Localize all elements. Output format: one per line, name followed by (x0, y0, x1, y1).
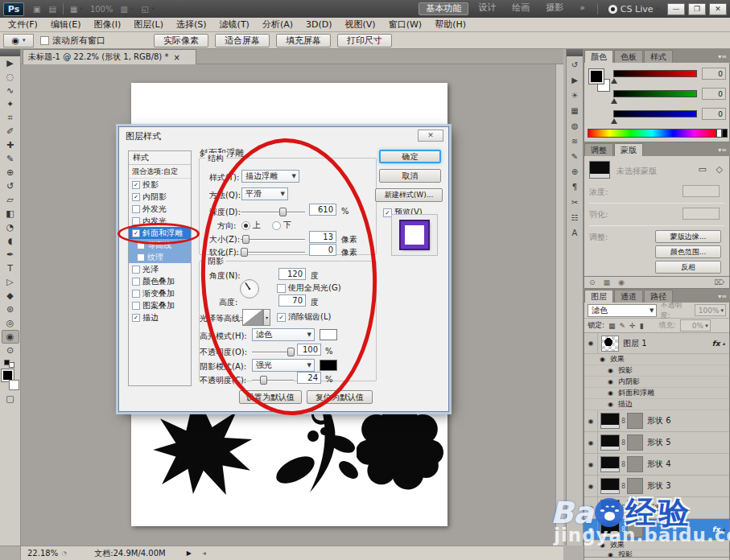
panel-tab[interactable]: 色板 (614, 50, 643, 63)
menu-item[interactable]: 选择(S) (170, 18, 213, 31)
global-light-checkbox[interactable]: 使用全局光(G) (277, 282, 341, 294)
dock-paragraph-icon[interactable]: ¶ (567, 179, 583, 194)
style-list-item[interactable]: ✓ 描边 (129, 311, 191, 323)
gradient-tool[interactable]: ◧ (2, 207, 19, 220)
panel-menu-icon[interactable]: ▾≡ (718, 146, 730, 156)
style-list-item[interactable]: ✓ 投影 (129, 179, 191, 191)
style-list-item[interactable]: 光泽 (129, 263, 191, 275)
menu-item[interactable]: 编辑(E) (44, 18, 88, 31)
color-spectrum-bar[interactable] (588, 129, 716, 138)
arrange-documents-icon[interactable]: ▥▾ (116, 5, 137, 14)
layer-thumbnail[interactable] (600, 434, 620, 451)
style-checkbox[interactable]: ✓ (132, 181, 140, 189)
options-button[interactable]: 实际像素 (154, 34, 208, 47)
dock-layer-comps-icon[interactable]: ☷ (567, 210, 583, 224)
anti-aliased-checkbox[interactable]: ✓消除锯齿(L) (277, 311, 331, 323)
style-list-item[interactable]: ✓ 斜面和浮雕 (129, 227, 191, 239)
lock-position-icon[interactable]: ✛ (629, 322, 636, 330)
blue-slider[interactable] (613, 110, 697, 117)
dock-history-icon[interactable]: ↺ (567, 57, 583, 72)
effects-header-row[interactable]: ◉ 效果 (584, 541, 729, 550)
blur-tool[interactable]: ◔ (2, 220, 19, 234)
highlight-opacity-slider[interactable] (252, 352, 294, 353)
style-checkbox[interactable] (132, 278, 140, 286)
quick-mask-button[interactable]: ▢ (2, 392, 19, 406)
vector-mask-thumbnail[interactable] (627, 521, 643, 537)
scroll-all-windows-checkbox[interactable]: 滚动所有窗口 (40, 35, 105, 47)
eye-icon[interactable]: ◉ (584, 497, 598, 518)
vector-mask-thumbnail[interactable] (627, 413, 643, 429)
style-checkbox[interactable] (132, 205, 140, 213)
eye-icon[interactable]: ◉ (584, 410, 598, 431)
blend-mode-select[interactable]: 滤色▼ (588, 304, 657, 317)
size-slider[interactable] (241, 239, 305, 241)
shadow-opacity-input[interactable]: 24 (297, 372, 321, 384)
vector-mask-thumbnail[interactable] (627, 500, 643, 516)
blending-options-item[interactable]: 混合选项:自定 (129, 165, 191, 179)
zoom-percentage[interactable]: 22.18% (27, 549, 58, 558)
dodge-tool[interactable]: ◖ (2, 234, 19, 248)
style-list-item[interactable]: 图案叠加 (129, 299, 191, 311)
eye-icon[interactable]: ◉ (584, 476, 598, 496)
spectrum-white-swatch[interactable] (716, 129, 722, 138)
style-checkbox[interactable] (132, 302, 140, 310)
eye-icon[interactable]: ◉ (584, 401, 613, 408)
style-list-item[interactable]: 纹理 (129, 251, 191, 263)
depth-slider[interactable] (241, 212, 305, 213)
type-tool[interactable]: T (2, 261, 19, 275)
panel-tab[interactable]: 调整 (584, 143, 613, 156)
fx-badge[interactable]: fx▴ (712, 340, 725, 348)
menu-item[interactable]: 文件(F) (2, 18, 44, 31)
path-selection-tool[interactable]: ▷ (2, 275, 19, 289)
eye-icon[interactable]: ◉ (584, 333, 598, 353)
marquee-tool[interactable]: ◌ (2, 70, 19, 84)
layer-thumbnail[interactable] (600, 500, 620, 516)
panel-tab[interactable]: 蒙版 (614, 143, 643, 156)
layer-thumbnail[interactable] (601, 336, 619, 352)
set-default-button[interactable]: 设置为默认值 (239, 390, 302, 404)
shadow-opacity-slider[interactable] (252, 380, 294, 381)
cancel-button[interactable]: 取消 (379, 169, 441, 183)
effects-header-row[interactable]: ◉ 效果 (584, 354, 729, 365)
eye-icon[interactable]: ◉ (584, 356, 605, 363)
style-list-item[interactable]: 内发光 (129, 215, 191, 227)
layer-thumbnail[interactable] (600, 478, 620, 494)
zoom-tool[interactable]: ⊙ (2, 344, 19, 357)
blue-value-box[interactable]: 0 (702, 108, 726, 120)
bridge-icon[interactable]: ▣ (29, 5, 44, 14)
menu-item[interactable]: 视图(V) (339, 18, 382, 31)
custom-shape-tool[interactable]: ◆ (2, 289, 19, 303)
more-workspaces-button[interactable]: » (573, 2, 592, 15)
options-button[interactable]: 填充屏幕 (276, 34, 331, 47)
new-style-button[interactable]: 新建样式(W)... (375, 188, 443, 202)
style-checkbox[interactable] (132, 266, 140, 274)
effect-row[interactable]: ◉ 描边 (584, 399, 729, 410)
shape-layer-row[interactable]: ◉ 8 形状 4 (584, 454, 729, 476)
workspace-button[interactable]: 摄影 (539, 2, 570, 15)
history-brush-tool[interactable]: ↺ (2, 179, 19, 193)
zoom-level-box[interactable]: 100% (87, 5, 117, 14)
status-options-arrow[interactable]: ▶ (187, 550, 192, 557)
menu-item[interactable]: 滤镜(T) (213, 18, 256, 31)
lock-transparency-icon[interactable]: ▦ (608, 322, 616, 330)
layer-row-layer1[interactable]: ◉ 图层 1 fx▴ (584, 333, 729, 354)
panel-tab[interactable]: 通道 (614, 290, 643, 303)
eraser-tool[interactable]: ▱ (2, 193, 19, 207)
mask-enable-icon[interactable]: ◉ (618, 278, 625, 286)
soften-slider[interactable] (241, 252, 305, 253)
shape-layer-row[interactable]: ◉ 8 形状 6 (584, 410, 729, 432)
panel-foreground-swatch[interactable] (589, 69, 604, 84)
red-slider[interactable] (613, 70, 697, 77)
direction-down-radio[interactable]: 下 (272, 220, 291, 231)
selected-layer-row[interactable]: ◉ 8 fx▴ (584, 519, 729, 541)
workspace-button[interactable]: 设计 (472, 2, 502, 15)
dock-adjustments-icon[interactable]: ☀ (567, 88, 583, 102)
orbit-3d-tool[interactable]: ◎ (2, 316, 19, 330)
bevel-style-select[interactable]: 描边浮雕▼ (241, 170, 299, 183)
color-range-button[interactable]: 颜色范围... (655, 245, 721, 258)
hscroll-left-arrow[interactable]: ◂ (203, 550, 206, 557)
spectrum-black-swatch[interactable] (722, 129, 728, 138)
invert-button[interactable]: 反相 (655, 261, 721, 274)
foreground-background-swatches[interactable] (2, 369, 19, 390)
vector-mask-thumbnail[interactable] (627, 434, 643, 451)
